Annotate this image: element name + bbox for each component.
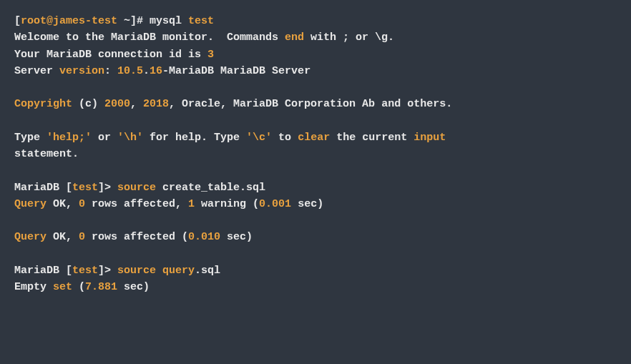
welcome-line-3: Server version: 10.5.16-MariaDB MariaDB … — [14, 65, 310, 77]
mariadb-prompt-1: MariaDB [test]> — [14, 182, 117, 194]
query-result-2: Query OK, 0 rows affected (0.010 sec) — [14, 231, 253, 243]
terminal-window: [root@james-test ~]# mysql test Welcome … — [0, 0, 631, 364]
command-input[interactable]: source create_table.sql — [117, 182, 265, 194]
empty-set-result: Empty set (7.881 sec) — [14, 281, 150, 293]
welcome-line-2: Your MariaDB connection id is 3 — [14, 49, 214, 61]
help-line-2: statement. — [14, 148, 79, 160]
help-line: Type 'help;' or '\h' for help. Type '\c'… — [14, 132, 446, 144]
mariadb-prompt-2: MariaDB [test]> — [14, 265, 117, 277]
copyright-line: Copyright (c) 2000, 2018, Oracle, MariaD… — [14, 98, 452, 110]
shell-prompt: [root@james-test ~]# — [14, 15, 150, 27]
command-input[interactable]: mysql test — [150, 15, 214, 27]
command-input[interactable]: source query.sql — [117, 265, 220, 277]
query-result-1: Query OK, 0 rows affected, 1 warning (0.… — [14, 198, 323, 210]
welcome-line-1: Welcome to the MariaDB monitor. Commands… — [14, 31, 394, 44]
